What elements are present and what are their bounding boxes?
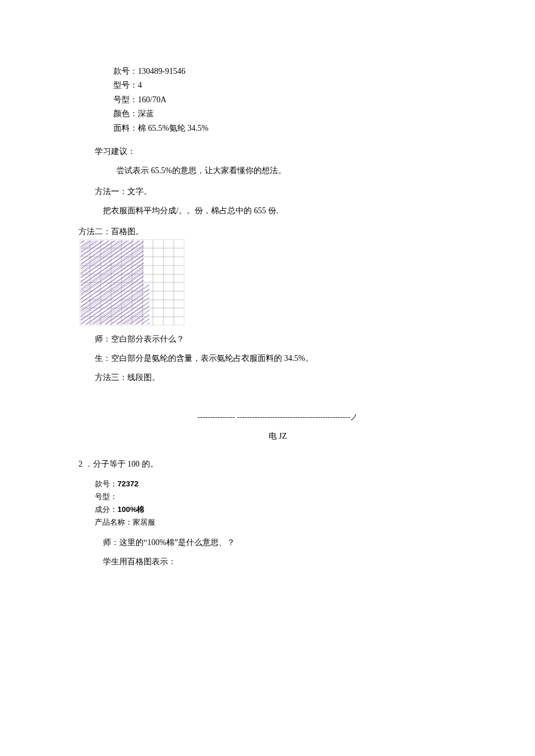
style-number-value-2: 72372 <box>117 479 138 488</box>
student-instruction: 学生用百格图表示： <box>103 557 477 567</box>
hundred-grid-svg <box>80 239 184 325</box>
size-label: 号型： <box>113 95 138 104</box>
line-diagram-caption: 电 JZ <box>79 431 477 442</box>
style-number-value: 130489-91546 <box>138 67 186 76</box>
student-answer-text: 空白部分是氨纶的含量，表示氨纶占衣服面料的 34.5%。 <box>111 354 313 363</box>
method-3-heading: 方法三：线段图。 <box>95 372 477 383</box>
model-value: 4 <box>138 81 142 89</box>
teacher-question-text: 空白部分表示什么？ <box>111 335 184 343</box>
study-advice-heading: 学习建议： <box>95 146 477 157</box>
teacher-label-2: 师： <box>103 538 119 547</box>
fabric-value: 棉 65.5%氨纶 34.5% <box>138 124 208 132</box>
teacher-question-1: 师：空白部分表示什么？ <box>95 334 477 345</box>
section-2-heading: 2 ．分子等于 100 的。 <box>79 459 477 470</box>
line-segment-diagram: --------------- ------------------------… <box>79 412 477 422</box>
size-label-2: 号型： <box>95 492 117 501</box>
style-number-label: 款号： <box>113 67 138 76</box>
fabric-label: 面料： <box>113 124 138 132</box>
method-1-text: 把衣服面料平均分成/。。份，棉占总中的 655 份. <box>103 206 477 216</box>
model-label: 型号： <box>113 81 138 89</box>
color-value: 深蓝 <box>138 109 154 118</box>
product-name-label: 产品名称： <box>95 518 133 526</box>
fabric-line: 面料：棉 65.5%氨纶 34.5% <box>113 122 477 135</box>
student-label: 生： <box>95 354 111 363</box>
product-label-block-2: 款号：72372 号型： 成分：100%棉 产品名称：家居服 <box>95 478 477 529</box>
size-line-2: 号型： <box>95 491 477 503</box>
student-answer-1: 生：空白部分是氨纶的含量，表示氨纶占衣服面料的 34.5%。 <box>95 353 477 364</box>
product-name-value: 家居服 <box>133 518 155 526</box>
method-1-heading: 方法一：文字。 <box>95 187 477 197</box>
size-line: 号型：160/70A <box>113 94 477 106</box>
study-advice-text: 尝试表示 65.5%的意思，让大家看懂你的想法。 <box>116 166 477 176</box>
color-label: 颜色： <box>113 109 138 118</box>
hundred-grid-diagram <box>80 239 184 325</box>
composition-value: 100%棉 <box>117 505 144 514</box>
dash-line: --------------- ------------------------… <box>198 413 358 421</box>
style-number-line-2: 款号：72372 <box>95 478 477 490</box>
teacher-question-2: 师：这里的“100%棉”是什么意思、？ <box>103 538 477 548</box>
product-label-block-1: 款号：130489-91546 型号：4 号型：160/70A 颜色：深蓝 面料… <box>113 65 477 135</box>
style-number-line: 款号：130489-91546 <box>113 65 477 78</box>
style-number-label-2: 款号： <box>95 479 117 488</box>
color-line: 颜色：深蓝 <box>113 108 477 120</box>
method-2-heading: 方法二：百格图。 <box>79 227 477 237</box>
composition-line: 成分：100%棉 <box>95 504 477 515</box>
teacher-label: 师： <box>95 335 111 343</box>
teacher-question-text-2: 这里的“100%棉”是什么意思、？ <box>119 538 235 547</box>
size-value: 160/70A <box>138 95 166 104</box>
svg-rect-5 <box>144 285 149 324</box>
model-line: 型号：4 <box>113 79 477 92</box>
product-name-line: 产品名称：家居服 <box>95 517 477 528</box>
composition-label: 成分： <box>95 505 117 514</box>
